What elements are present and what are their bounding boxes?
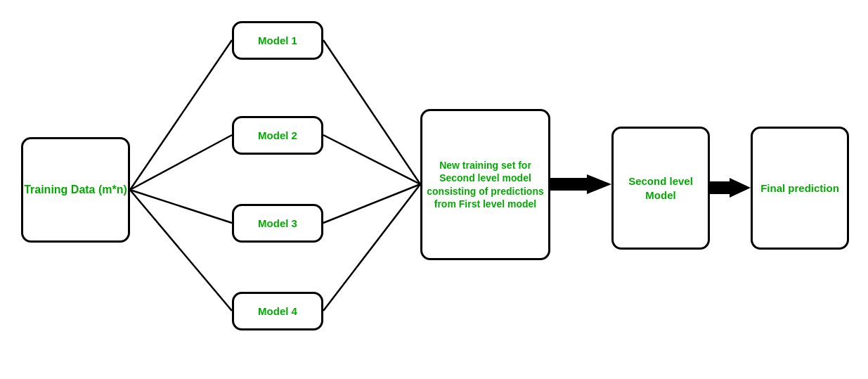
svg-line-1 [130, 135, 232, 190]
svg-line-3 [130, 190, 232, 311]
svg-line-0 [130, 40, 232, 190]
model-3-label: Model 3 [258, 217, 297, 231]
training-data-label: Training Data (m*n) [24, 183, 127, 198]
model-2-label: Model 2 [258, 129, 297, 143]
new-training-label: New training set for Second level model … [422, 159, 548, 210]
second-level-box: Second level Model [611, 127, 710, 250]
second-level-label: Second level Model [614, 174, 708, 202]
model-3-box: Model 3 [232, 204, 323, 243]
svg-line-5 [323, 135, 420, 184]
model-1-label: Model 1 [258, 34, 297, 48]
model-4-box: Model 4 [232, 292, 323, 330]
svg-line-7 [323, 184, 420, 311]
final-prediction-label: Final prediction [760, 181, 839, 195]
model-1-box: Model 1 [232, 21, 323, 60]
svg-marker-10 [730, 178, 751, 198]
svg-marker-9 [587, 174, 611, 194]
svg-line-6 [323, 184, 420, 223]
svg-line-4 [323, 40, 420, 184]
diagram-container: Training Data (m*n) Model 1 Model 2 Mode… [0, 0, 868, 379]
final-prediction-box: Final prediction [751, 127, 849, 250]
training-data-box: Training Data (m*n) [21, 137, 130, 243]
svg-line-2 [130, 190, 232, 223]
model-2-box: Model 2 [232, 116, 323, 155]
new-training-box: New training set for Second level model … [420, 109, 550, 260]
model-4-label: Model 4 [258, 304, 297, 319]
